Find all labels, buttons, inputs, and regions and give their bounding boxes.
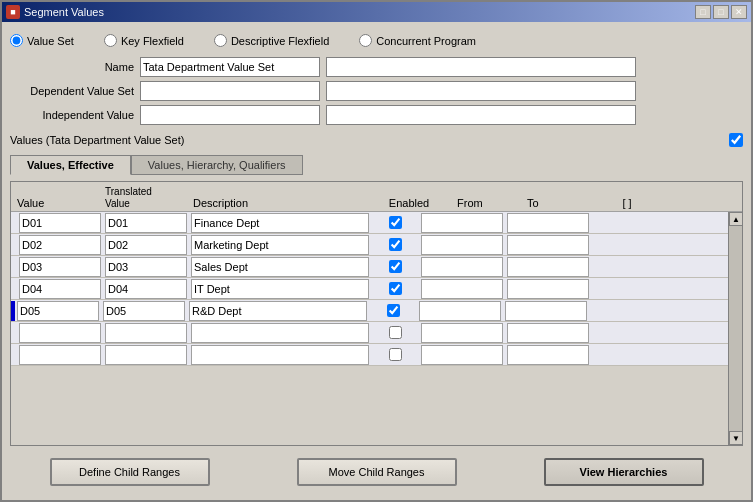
table-row[interactable]: D02 D02 Marketing Dept [11,234,728,256]
cell-value-3[interactable]: D03 [19,257,101,277]
cell-value-7[interactable] [19,345,101,365]
cell-to-6[interactable] [507,323,589,343]
tab-bar: Values, Effective Values, Hierarchy, Qua… [10,155,743,175]
col-header-value: Value [17,197,105,209]
cell-enabled-1[interactable] [371,216,419,229]
table-row[interactable]: D05 D05 R&D Dept [11,300,728,322]
cell-from-1[interactable] [421,213,503,233]
cell-to-2[interactable] [507,235,589,255]
col-header-enabled-group: Enabled [381,197,437,209]
main-window: ■ Segment Values □ □ ✕ Value Set Key Fle… [0,0,753,502]
cell-translated-7[interactable] [105,345,187,365]
col-header-bracket: [ ] [617,197,637,209]
cell-enabled-7[interactable] [371,348,419,361]
independent-extra-input[interactable] [326,105,636,125]
window-title: Segment Values [24,6,695,18]
dependent-input[interactable] [140,81,320,101]
table-container: Value Translated Value Description Enabl… [10,181,743,446]
cell-from-3[interactable] [421,257,503,277]
minimize-button[interactable]: □ [695,5,711,19]
cell-desc-5[interactable]: R&D Dept [189,301,367,321]
cell-value-2[interactable]: D02 [19,235,101,255]
name-extra-input[interactable] [326,57,636,77]
col-header-to: To [527,197,617,209]
button-row: Define Child Ranges Move Child Ranges Vi… [10,452,743,492]
window-icon: ■ [6,5,20,19]
independent-input[interactable] [140,105,320,125]
name-row: Name [10,57,743,77]
tab-values-effective[interactable]: Values, Effective [10,155,131,175]
scroll-down-button[interactable]: ▼ [729,431,742,445]
cell-value-6[interactable] [19,323,101,343]
title-bar: ■ Segment Values □ □ ✕ [2,2,751,22]
cell-desc-6[interactable] [191,323,369,343]
cell-from-2[interactable] [421,235,503,255]
define-child-ranges-button[interactable]: Define Child Ranges [50,458,210,486]
cell-to-5[interactable] [505,301,587,321]
radio-concurrent-program[interactable]: Concurrent Program [359,34,476,47]
close-button[interactable]: ✕ [731,5,747,19]
cell-translated-6[interactable] [105,323,187,343]
col-header-description: Description [193,197,381,209]
cell-desc-3[interactable]: Sales Dept [191,257,369,277]
window-content: Value Set Key Flexfield Descriptive Flex… [2,22,751,500]
cell-value-5[interactable]: D05 [17,301,99,321]
radio-key-flexfield[interactable]: Key Flexfield [104,34,184,47]
cell-from-6[interactable] [421,323,503,343]
dependent-label: Dependent Value Set [10,85,140,97]
cell-translated-3[interactable]: D03 [105,257,187,277]
name-input[interactable] [140,57,320,77]
independent-label: Independent Value [10,109,140,121]
cell-desc-7[interactable] [191,345,369,365]
dependent-extra-input[interactable] [326,81,636,101]
cell-value-4[interactable]: D04 [19,279,101,299]
section-label: Values (Tata Department Value Set) [10,134,184,146]
cell-translated-4[interactable]: D04 [105,279,187,299]
table-row[interactable] [11,344,728,366]
cell-translated-1[interactable]: D01 [105,213,187,233]
tab-values-hierarchy[interactable]: Values, Hierarchy, Qualifiers [131,155,303,175]
independent-row: Independent Value [10,105,743,125]
cell-to-1[interactable] [507,213,589,233]
table-row[interactable] [11,322,728,344]
table-row[interactable]: D03 D03 Sales Dept [11,256,728,278]
section-label-row: Values (Tata Department Value Set) [10,131,743,149]
maximize-button[interactable]: □ [713,5,729,19]
cell-enabled-6[interactable] [371,326,419,339]
cell-enabled-3[interactable] [371,260,419,273]
move-child-ranges-button[interactable]: Move Child Ranges [297,458,457,486]
cell-to-7[interactable] [507,345,589,365]
radio-value-set[interactable]: Value Set [10,34,74,47]
radio-group: Value Set Key Flexfield Descriptive Flex… [10,30,743,51]
table-row[interactable]: D01 D01 Finance Dept [11,212,728,234]
cell-to-4[interactable] [507,279,589,299]
view-hierarchies-button[interactable]: View Hierarchies [544,458,704,486]
table-body: D01 D01 Finance Dept D02 D02 Marketing D… [11,212,742,445]
cell-translated-5[interactable]: D05 [103,301,185,321]
radio-descriptive-flexfield[interactable]: Descriptive Flexfield [214,34,329,47]
cell-from-5[interactable] [419,301,501,321]
cell-desc-4[interactable]: IT Dept [191,279,369,299]
cell-to-3[interactable] [507,257,589,277]
cell-enabled-5[interactable] [369,304,417,317]
scroll-track [729,226,742,431]
cell-enabled-4[interactable] [371,282,419,295]
cell-desc-1[interactable]: Finance Dept [191,213,369,233]
scroll-up-button[interactable]: ▲ [729,212,742,226]
cell-from-7[interactable] [421,345,503,365]
cell-translated-2[interactable]: D02 [105,235,187,255]
dependent-row: Dependent Value Set [10,81,743,101]
vertical-scrollbar[interactable]: ▲ ▼ [728,212,742,445]
cell-value-1[interactable]: D01 [19,213,101,233]
col-header-from: From [437,197,527,209]
section-checkbox[interactable] [729,133,743,147]
name-label: Name [10,61,140,73]
cell-from-4[interactable] [421,279,503,299]
title-buttons: □ □ ✕ [695,5,747,19]
col-header-translated: Translated Value [105,186,193,209]
table-rows: D01 D01 Finance Dept D02 D02 Marketing D… [11,212,728,445]
cell-enabled-2[interactable] [371,238,419,251]
table-row[interactable]: D04 D04 IT Dept [11,278,728,300]
form-section: Name Dependent Value Set Independent Val… [10,57,743,125]
cell-desc-2[interactable]: Marketing Dept [191,235,369,255]
